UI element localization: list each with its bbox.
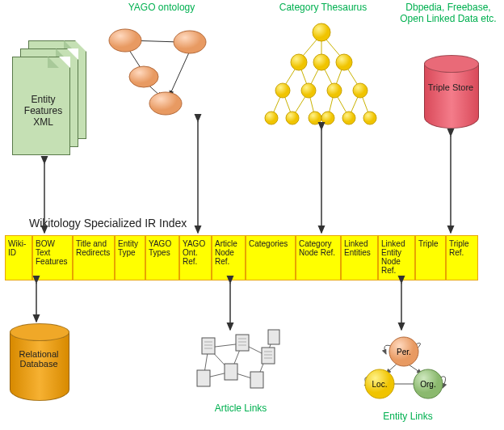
entity-node-loc: Loc. xyxy=(372,380,388,389)
index-cell-triple: Triple xyxy=(415,235,446,280)
index-cell-linked-entities: Linked Entities xyxy=(341,235,378,280)
svg-line-45 xyxy=(204,348,208,378)
index-cell-yago-ont-ref: YAGO Ont. Ref. xyxy=(179,235,212,280)
index-cell-categories: Categories xyxy=(246,235,296,280)
triple-store-cylinder: Triple Store xyxy=(424,55,477,128)
label-yago-ontology: YAGO ontology xyxy=(113,2,210,13)
svg-line-47 xyxy=(267,338,273,356)
yago-ontology-graph xyxy=(109,29,206,115)
svg-line-21 xyxy=(328,91,334,117)
svg-rect-48 xyxy=(202,338,215,354)
svg-line-10 xyxy=(321,34,344,61)
svg-point-4 xyxy=(109,29,141,52)
svg-line-19 xyxy=(292,91,309,117)
svg-point-32 xyxy=(353,83,368,98)
svg-point-69 xyxy=(414,369,443,398)
svg-line-20 xyxy=(309,91,315,117)
svg-point-33 xyxy=(265,112,278,124)
relational-db-cylinder: Relational Database xyxy=(10,323,68,400)
svg-line-44 xyxy=(257,356,267,380)
index-cell-yago-types: YAGO Types xyxy=(145,235,179,280)
svg-point-25 xyxy=(313,23,330,41)
svg-rect-54 xyxy=(268,330,279,344)
svg-line-8 xyxy=(299,34,321,61)
index-cell-triple-ref: Triple Ref. xyxy=(446,235,478,280)
svg-line-15 xyxy=(334,63,344,89)
svg-point-26 xyxy=(291,54,307,70)
svg-line-13 xyxy=(309,63,321,89)
index-cell-entity-type: Entity Type xyxy=(115,235,145,280)
index-bar: Wiki-ID BOW Text Features Title and Redi… xyxy=(5,235,478,280)
svg-line-41 xyxy=(242,344,267,356)
svg-point-37 xyxy=(342,112,355,124)
svg-line-65 xyxy=(401,360,422,373)
svg-rect-50 xyxy=(262,348,275,364)
svg-point-38 xyxy=(363,112,376,124)
label-linked-data-sources: Dbpedia, Freebase, Open Linked Data etc. xyxy=(396,2,501,24)
svg-point-29 xyxy=(275,83,290,98)
svg-point-7 xyxy=(149,92,182,115)
triple-store-label: Triple Store xyxy=(424,82,477,92)
svg-point-27 xyxy=(313,54,330,70)
label-article-links: Article Links xyxy=(204,403,277,414)
svg-point-36 xyxy=(321,112,334,124)
svg-line-24 xyxy=(360,91,370,117)
entity-features-xml-label: Entity Features XML xyxy=(21,94,65,128)
index-cell-category-node-ref: Category Node Ref. xyxy=(296,235,341,280)
svg-rect-53 xyxy=(197,370,210,386)
index-cell-article-node-ref: Article Node Ref. xyxy=(212,235,246,280)
svg-point-28 xyxy=(336,54,352,70)
entity-node-per: Per. xyxy=(397,348,411,356)
category-thesaurus-tree xyxy=(265,23,376,124)
index-cell-wiki-id: Wiki-ID xyxy=(5,235,32,280)
svg-point-30 xyxy=(301,83,316,98)
index-title: Wikitology Specialized IR Index xyxy=(29,217,187,230)
svg-line-43 xyxy=(231,344,242,372)
svg-point-35 xyxy=(309,112,321,124)
svg-point-68 xyxy=(365,369,394,398)
svg-line-16 xyxy=(344,63,360,89)
svg-rect-52 xyxy=(250,372,263,388)
entity-node-org: Org. xyxy=(420,380,435,389)
svg-rect-49 xyxy=(236,335,249,351)
svg-line-11 xyxy=(283,63,299,89)
svg-rect-51 xyxy=(225,364,237,380)
svg-line-39 xyxy=(208,344,242,348)
label-entity-links: Entity Links xyxy=(372,411,444,422)
svg-line-1 xyxy=(129,50,144,73)
svg-line-64 xyxy=(386,360,401,373)
svg-line-3 xyxy=(144,81,162,97)
svg-line-22 xyxy=(334,91,349,117)
svg-line-18 xyxy=(283,91,292,117)
entity-features-xml-docs: Entity Features XML xyxy=(12,40,89,162)
svg-line-12 xyxy=(299,63,309,89)
index-cell-linked-entity-node-ref: Linked Entity Node Ref. xyxy=(378,235,415,280)
svg-point-31 xyxy=(327,83,342,98)
svg-point-67 xyxy=(389,337,418,366)
svg-point-34 xyxy=(286,112,299,124)
label-category-thesaurus: Category Thesaurus xyxy=(267,2,380,13)
svg-point-5 xyxy=(174,31,206,53)
svg-point-6 xyxy=(129,66,158,87)
svg-line-17 xyxy=(271,91,283,117)
svg-line-2 xyxy=(170,53,189,95)
index-cell-bow-text: BOW Text Features xyxy=(32,235,73,280)
relational-db-label: Relational Database xyxy=(10,349,68,369)
svg-line-0 xyxy=(129,40,179,42)
entity-links-graph: Per. Loc. Org. xyxy=(365,337,446,398)
svg-line-42 xyxy=(231,372,257,380)
index-cell-title-redirects: Title and Redirects xyxy=(73,235,115,280)
svg-line-46 xyxy=(204,372,231,378)
svg-line-23 xyxy=(349,91,360,117)
article-links-graph xyxy=(197,330,279,388)
svg-line-14 xyxy=(321,63,334,89)
svg-line-40 xyxy=(208,348,231,372)
